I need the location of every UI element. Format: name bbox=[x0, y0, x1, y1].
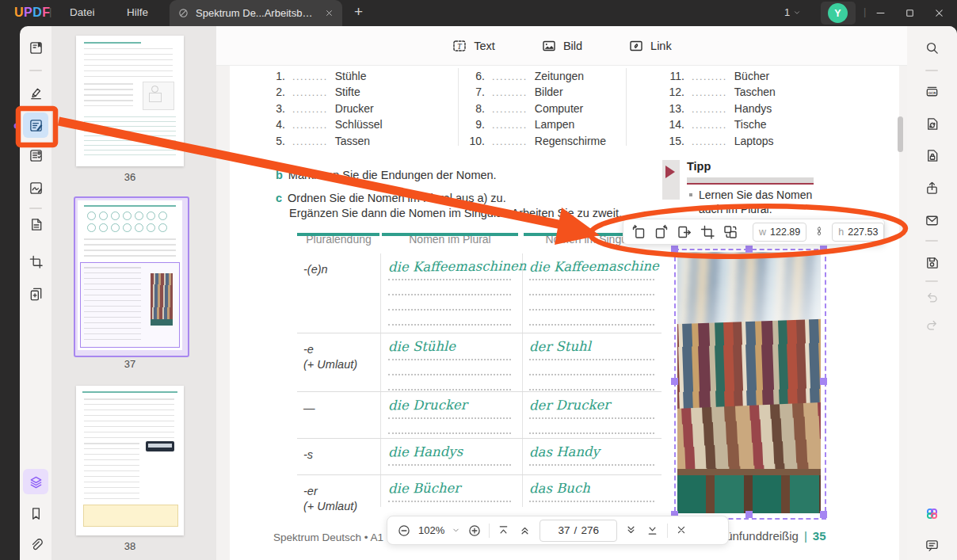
ocr-icon[interactable]: OCR bbox=[919, 79, 944, 105]
plural-ending-cell: -(e)n bbox=[303, 253, 383, 333]
rotate-left-icon[interactable] bbox=[631, 224, 646, 240]
right-sidebar: OCR bbox=[907, 26, 957, 560]
page-footer-series: Spektrum Deutsch • A1 bbox=[273, 531, 383, 543]
zoom-page-bar: 102% 37 / 276 bbox=[387, 516, 729, 545]
thumb-decoration bbox=[84, 443, 139, 500]
undo-icon[interactable] bbox=[919, 284, 944, 310]
first-page-icon[interactable] bbox=[497, 524, 511, 538]
account-avatar[interactable]: Y bbox=[828, 3, 848, 23]
plural-ending-cell: — bbox=[303, 392, 383, 438]
replace-image-icon[interactable] bbox=[723, 224, 738, 240]
height-field[interactable]: h 227.53 bbox=[832, 223, 884, 242]
word-list-item: 1..........Stühle bbox=[265, 70, 463, 86]
markup-icon[interactable] bbox=[23, 80, 48, 105]
organize-pages-icon[interactable] bbox=[23, 211, 48, 237]
thumb-yellow-box bbox=[83, 505, 178, 527]
reader-mode-icon[interactable] bbox=[23, 35, 48, 60]
maximize-button[interactable] bbox=[904, 7, 916, 19]
caret-down-icon bbox=[793, 9, 801, 17]
word-list-item: 5..........Tassen bbox=[265, 135, 463, 150]
thumb-decoration bbox=[84, 238, 176, 259]
selection-handle-top-right[interactable] bbox=[820, 246, 827, 253]
protect-icon[interactable] bbox=[919, 143, 944, 168]
zoom-caret-icon[interactable] bbox=[452, 526, 460, 535]
selection-handle-top-left[interactable] bbox=[671, 246, 678, 253]
width-field[interactable]: w 122.89 bbox=[753, 223, 806, 242]
signature-icon[interactable] bbox=[23, 175, 48, 200]
crop-pages-icon[interactable] bbox=[23, 249, 48, 274]
selection-handle-bottom-mid[interactable] bbox=[745, 511, 753, 518]
selection-handle-mid-left[interactable] bbox=[671, 378, 678, 385]
extract-pages-icon[interactable] bbox=[23, 281, 48, 307]
selection-handle-bottom-right[interactable] bbox=[820, 511, 827, 518]
page-thumbnail-38[interactable] bbox=[76, 386, 184, 535]
page-layers-icon[interactable] bbox=[23, 469, 48, 494]
thumb-license-plate bbox=[146, 441, 174, 451]
page-separator: / bbox=[574, 524, 578, 536]
footer-word: fünfunddreißig bbox=[723, 529, 799, 543]
close-button[interactable] bbox=[933, 7, 945, 19]
menu-datei[interactable]: Datei bbox=[70, 6, 95, 18]
share-icon[interactable] bbox=[919, 175, 944, 200]
word-list-item: 10..........Regenschirme bbox=[464, 135, 662, 150]
zoom-level[interactable]: 102% bbox=[418, 524, 444, 536]
link-tool-button[interactable]: Link bbox=[628, 38, 672, 54]
updf-logo[interactable]: UPDF bbox=[14, 6, 51, 20]
tipp-text-line1: Lernen Sie das Nomen bbox=[699, 189, 812, 201]
word-list-item: 13..........Handys bbox=[664, 102, 862, 118]
total-pages: 276 bbox=[581, 524, 599, 536]
writing-line bbox=[529, 309, 654, 310]
tipp-text-line2: auch im Plural. bbox=[699, 203, 772, 215]
forms-icon[interactable] bbox=[23, 143, 48, 168]
thumb-decoration bbox=[82, 391, 177, 393]
next-pages-icon[interactable] bbox=[624, 524, 639, 538]
scrollbar-thumb[interactable] bbox=[898, 116, 903, 152]
page-number-input[interactable]: 37 / 276 bbox=[540, 520, 617, 542]
rotate-right-icon[interactable] bbox=[654, 224, 669, 240]
plural-cell: die Handys bbox=[388, 439, 517, 474]
word-list-item: 8..........Computer bbox=[464, 102, 662, 118]
convert-icon[interactable] bbox=[919, 111, 944, 136]
word-list-item: 6..........Zeitungen bbox=[464, 70, 662, 86]
selection-handle-top-mid[interactable] bbox=[745, 246, 753, 253]
crop-image-icon[interactable] bbox=[700, 224, 715, 240]
sidebar-divider bbox=[925, 70, 938, 71]
text-tool-button[interactable]: T Text bbox=[452, 38, 495, 54]
bookmarks-icon[interactable] bbox=[23, 501, 48, 526]
window-count-dropdown[interactable]: 1 bbox=[784, 6, 801, 18]
image-selection-border[interactable] bbox=[674, 249, 826, 520]
tab-close-icon[interactable] bbox=[324, 8, 334, 18]
singular-cell: das Handy bbox=[529, 439, 661, 474]
search-icon[interactable] bbox=[919, 35, 944, 60]
ai-assistant-icon[interactable] bbox=[919, 501, 944, 526]
selection-handle-mid-right[interactable] bbox=[820, 378, 827, 385]
previous-pages-icon[interactable] bbox=[518, 524, 532, 538]
save-icon[interactable] bbox=[919, 250, 944, 275]
link-tool-label: Link bbox=[650, 40, 672, 52]
feedback-icon[interactable] bbox=[919, 532, 944, 558]
menu-hilfe[interactable]: Hilfe bbox=[127, 6, 148, 18]
height-value: 227.53 bbox=[848, 227, 878, 238]
word-list-item: 15..........Laptops bbox=[664, 135, 862, 150]
mail-icon[interactable] bbox=[919, 208, 944, 233]
word-list-item: 7..........Bilder bbox=[464, 86, 662, 101]
minimize-button[interactable] bbox=[875, 7, 886, 19]
exercise-b-text: Markieren Sie die Endungen der Nomen. bbox=[288, 169, 497, 181]
page-thumbnail-36[interactable] bbox=[76, 36, 184, 166]
document-tab[interactable]: Spektrum De...Arbeitsbuch bbox=[170, 0, 342, 26]
singular-cell: die Kaffeemaschine bbox=[529, 253, 661, 333]
thumb-decoration bbox=[84, 42, 141, 44]
width-label: w bbox=[759, 227, 766, 238]
last-page-icon[interactable] bbox=[646, 524, 660, 538]
zoom-out-icon[interactable] bbox=[397, 524, 411, 538]
page-thumbnail-37-selected[interactable] bbox=[74, 196, 189, 357]
export-image-icon[interactable] bbox=[677, 224, 692, 240]
new-tab-button[interactable]: + bbox=[354, 3, 363, 21]
attachments-icon[interactable] bbox=[23, 532, 48, 558]
edit-pdf-icon[interactable] bbox=[23, 112, 48, 138]
image-tool-button[interactable]: Bild bbox=[541, 38, 582, 54]
close-bar-icon[interactable] bbox=[675, 524, 689, 538]
aspect-lock-icon[interactable] bbox=[814, 226, 825, 238]
redo-icon[interactable] bbox=[919, 312, 944, 337]
zoom-in-icon[interactable] bbox=[467, 524, 482, 538]
